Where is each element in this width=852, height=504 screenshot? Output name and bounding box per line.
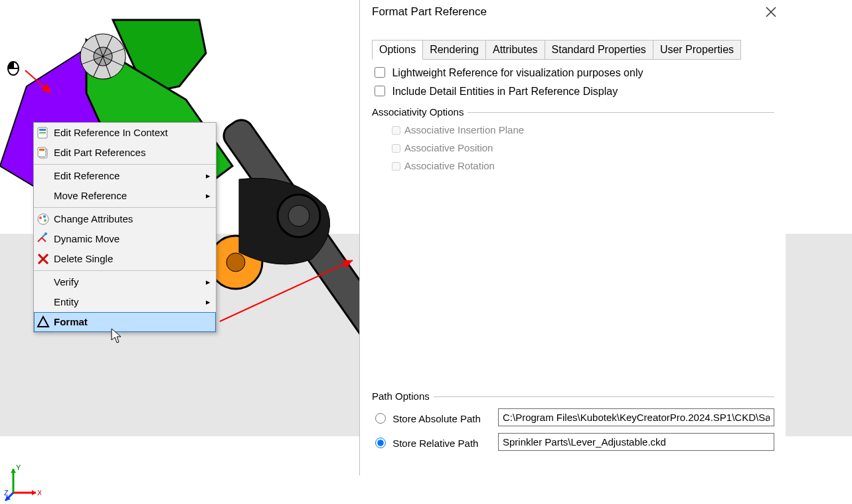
checkbox-detail-entities[interactable]: Include Detail Entities in Part Referenc… — [372, 86, 618, 97]
dialog-title: Format Part Reference — [372, 5, 487, 19]
checkbox-label: Associative Insertion Plane — [404, 124, 524, 135]
svg-rect-16 — [39, 129, 46, 131]
tab-options[interactable]: Options — [372, 40, 423, 60]
path-group-title: Path Options — [372, 390, 774, 402]
checkbox-label: Associative Rotation — [404, 160, 495, 171]
menu-label: Edit Reference In Context — [54, 127, 168, 138]
checkbox-assoc-plane-input — [392, 126, 400, 135]
svg-text:Z: Z — [4, 489, 9, 497]
svg-text:Y: Y — [16, 465, 21, 471]
menu-delete-single[interactable]: Delete Single — [34, 249, 216, 269]
menu-edit-reference-in-context[interactable]: Edit Reference In Context — [34, 123, 216, 143]
checkbox-lightweight-input[interactable] — [375, 67, 385, 78]
dialog-tab-row: Options Rendering Attributes Standard Pr… — [372, 40, 741, 60]
svg-marker-27 — [32, 490, 36, 495]
menu-entity-sub[interactable]: Entity — [34, 292, 216, 312]
menu-label: Change Attributes — [54, 213, 133, 224]
menu-label: Delete Single — [54, 253, 113, 264]
svg-rect-17 — [39, 132, 46, 133]
axes-gizmo: X Y Z — [4, 465, 41, 504]
checkbox-assoc-rotation-input — [392, 162, 400, 171]
triangle-icon — [37, 315, 50, 329]
checkbox-detail-entities-input[interactable] — [375, 86, 385, 96]
svg-point-22 — [39, 216, 42, 219]
tab-attributes[interactable]: Attributes — [486, 40, 545, 60]
menu-label: Edit Part References — [54, 147, 145, 158]
svg-point-24 — [44, 219, 46, 222]
menu-label: Verify — [54, 276, 79, 288]
assoc-group-title: Associativity Options — [372, 106, 774, 118]
checkbox-assoc-plane: Associative Insertion Plane — [389, 124, 774, 137]
svg-point-23 — [43, 215, 46, 218]
radio-store-absolute[interactable]: Store Absolute Path — [372, 411, 498, 424]
tab-rendering[interactable]: Rendering — [423, 40, 486, 60]
menu-change-attributes[interactable]: Change Attributes — [34, 209, 216, 229]
menu-format[interactable]: Format — [34, 312, 216, 332]
checkbox-assoc-position-input — [392, 144, 400, 153]
docs-icon — [37, 146, 50, 159]
radio-store-absolute-input[interactable] — [375, 413, 386, 424]
svg-text:X: X — [37, 489, 41, 497]
checkbox-label: Include Detail Entities in Part Referenc… — [392, 86, 618, 97]
menu-label: Move Reference — [54, 190, 127, 201]
radio-store-relative[interactable]: Store Relative Path — [372, 436, 498, 449]
checkbox-assoc-rotation: Associative Rotation — [389, 160, 774, 173]
tab-user-properties[interactable]: User Properties — [653, 40, 741, 60]
context-menu: Edit Reference In Context Edit Part Refe… — [33, 122, 216, 333]
svg-rect-20 — [39, 149, 44, 151]
menu-dynamic-move[interactable]: Dynamic Move — [34, 229, 216, 249]
svg-marker-29 — [11, 469, 16, 473]
relative-path-field[interactable] — [498, 433, 774, 451]
absolute-path-field[interactable] — [498, 408, 774, 426]
menu-edit-part-references[interactable]: Edit Part References — [34, 143, 216, 163]
mouse-icon — [6, 61, 21, 76]
menu-move-reference-sub[interactable]: Move Reference — [34, 186, 216, 206]
svg-point-21 — [38, 214, 48, 224]
cursor-icon — [111, 328, 123, 346]
close-button[interactable] — [764, 5, 778, 19]
doc-icon — [37, 126, 50, 139]
checkbox-assoc-position: Associative Position — [389, 142, 774, 155]
radio-label: Store Absolute Path — [392, 413, 481, 424]
format-part-reference-dialog: Format Part Reference Options Rendering … — [359, 0, 786, 475]
menu-label: Dynamic Move — [54, 233, 120, 244]
delete-x-icon — [37, 252, 50, 266]
menu-edit-reference-sub[interactable]: Edit Reference — [34, 166, 216, 186]
svg-point-25 — [44, 232, 47, 235]
checkbox-lightweight[interactable]: Lightweight Reference for visualization … — [372, 67, 643, 78]
move-icon — [37, 232, 50, 246]
menu-label: Entity — [54, 296, 79, 307]
menu-label: Edit Reference — [54, 170, 120, 181]
checkbox-label: Associative Position — [404, 142, 493, 153]
menu-verify-sub[interactable]: Verify — [34, 272, 216, 292]
radio-store-relative-input[interactable] — [375, 438, 386, 448]
radio-label: Store Relative Path — [392, 438, 478, 449]
tab-standard-properties[interactable]: Standard Properties — [545, 40, 653, 60]
checkbox-label: Lightweight Reference for visualization … — [392, 67, 643, 78]
palette-icon — [37, 212, 50, 226]
menu-label: Format — [54, 316, 88, 327]
